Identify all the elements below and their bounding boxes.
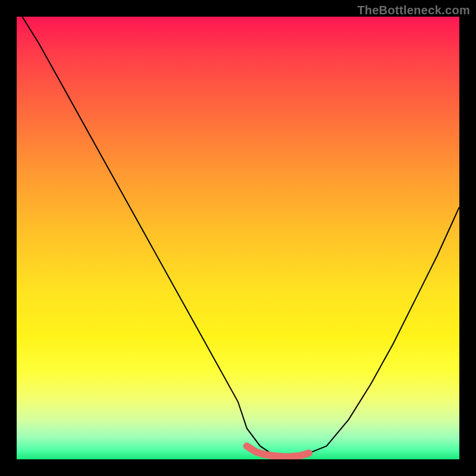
bottleneck-curve xyxy=(17,17,459,457)
curve-layer xyxy=(17,17,459,459)
optimal-zone-highlight xyxy=(247,446,309,457)
plot-area xyxy=(17,17,459,459)
watermark-text: TheBottleneck.com xyxy=(357,4,470,17)
chart-container: TheBottleneck.com xyxy=(0,0,476,476)
